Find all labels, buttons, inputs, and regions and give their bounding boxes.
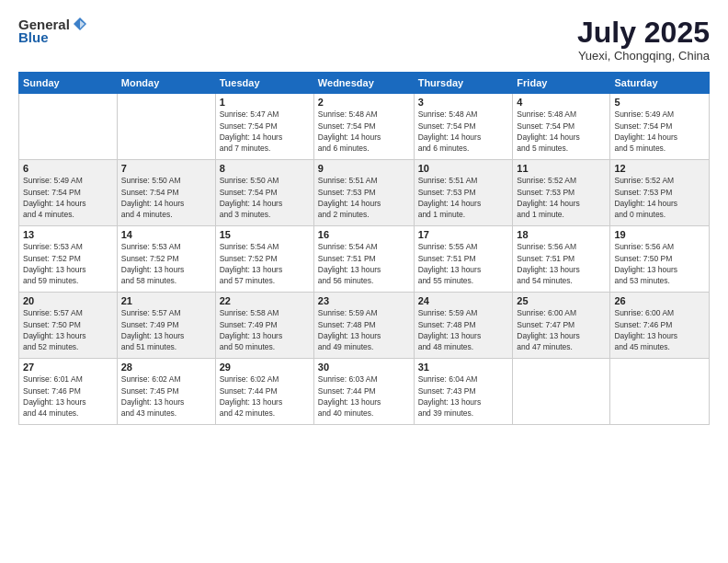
day-detail: Sunrise: 5:49 AM Sunset: 7:54 PM Dayligh… [614,109,705,154]
weekday-header: Saturday [610,73,710,94]
day-number: 1 [220,97,310,108]
calendar-cell: 6Sunrise: 5:49 AM Sunset: 7:54 PM Daylig… [19,160,118,226]
day-number: 29 [220,362,310,373]
day-number: 22 [220,295,310,306]
day-detail: Sunrise: 5:54 AM Sunset: 7:51 PM Dayligh… [318,241,410,286]
calendar-week-row: 20Sunrise: 5:57 AM Sunset: 7:50 PM Dayli… [19,293,710,359]
day-detail: Sunrise: 5:48 AM Sunset: 7:54 PM Dayligh… [517,109,606,154]
day-detail: Sunrise: 5:59 AM Sunset: 7:48 PM Dayligh… [418,307,509,352]
day-detail: Sunrise: 5:56 AM Sunset: 7:51 PM Dayligh… [517,241,606,286]
day-detail: Sunrise: 6:04 AM Sunset: 7:43 PM Dayligh… [418,373,509,419]
day-number: 30 [318,362,410,373]
day-number: 6 [23,163,113,174]
calendar-cell: 1Sunrise: 5:47 AM Sunset: 7:54 PM Daylig… [215,94,313,160]
calendar-cell: 14Sunrise: 5:53 AM Sunset: 7:52 PM Dayli… [117,226,215,293]
calendar-cell: 28Sunrise: 6:02 AM Sunset: 7:45 PM Dayli… [117,359,215,425]
day-number: 20 [23,295,113,306]
day-number: 27 [23,362,113,373]
calendar-cell: 17Sunrise: 5:55 AM Sunset: 7:51 PM Dayli… [414,226,513,293]
calendar-cell [610,359,710,425]
calendar-cell: 15Sunrise: 5:54 AM Sunset: 7:52 PM Dayli… [215,226,313,293]
calendar-cell [117,94,215,160]
day-detail: Sunrise: 6:00 AM Sunset: 7:47 PM Dayligh… [517,307,606,352]
logo-icon [72,16,88,32]
day-detail: Sunrise: 6:02 AM Sunset: 7:44 PM Dayligh… [220,373,310,419]
day-detail: Sunrise: 6:02 AM Sunset: 7:45 PM Dayligh… [121,373,211,419]
day-detail: Sunrise: 5:50 AM Sunset: 7:54 PM Dayligh… [220,175,310,220]
day-detail: Sunrise: 5:49 AM Sunset: 7:54 PM Dayligh… [23,175,113,220]
calendar-cell: 26Sunrise: 6:00 AM Sunset: 7:46 PM Dayli… [610,293,710,359]
day-number: 26 [614,295,705,306]
calendar-cell: 27Sunrise: 6:01 AM Sunset: 7:46 PM Dayli… [19,359,118,425]
day-number: 12 [614,163,705,174]
calendar-cell: 18Sunrise: 5:56 AM Sunset: 7:51 PM Dayli… [513,226,610,293]
calendar-cell: 24Sunrise: 5:59 AM Sunset: 7:48 PM Dayli… [414,293,513,359]
weekday-header-row: SundayMondayTuesdayWednesdayThursdayFrid… [19,73,710,94]
calendar-cell: 5Sunrise: 5:49 AM Sunset: 7:54 PM Daylig… [610,94,710,160]
day-detail: Sunrise: 6:03 AM Sunset: 7:44 PM Dayligh… [318,373,410,419]
day-number: 19 [614,229,705,240]
day-detail: Sunrise: 5:51 AM Sunset: 7:53 PM Dayligh… [318,175,410,220]
calendar-week-row: 6Sunrise: 5:49 AM Sunset: 7:54 PM Daylig… [19,160,710,226]
day-detail: Sunrise: 5:52 AM Sunset: 7:53 PM Dayligh… [614,175,705,220]
day-number: 5 [614,97,705,108]
logo-blue: Blue [18,29,49,45]
day-detail: Sunrise: 5:50 AM Sunset: 7:54 PM Dayligh… [121,175,211,220]
day-detail: Sunrise: 6:00 AM Sunset: 7:46 PM Dayligh… [614,307,705,352]
calendar-cell: 3Sunrise: 5:48 AM Sunset: 7:54 PM Daylig… [414,94,513,160]
day-detail: Sunrise: 5:57 AM Sunset: 7:49 PM Dayligh… [121,307,211,352]
weekday-header: Wednesday [313,73,414,94]
weekday-header: Tuesday [215,73,313,94]
calendar-cell: 10Sunrise: 5:51 AM Sunset: 7:53 PM Dayli… [414,160,513,226]
calendar-cell: 31Sunrise: 6:04 AM Sunset: 7:43 PM Dayli… [414,359,513,425]
day-number: 24 [418,295,509,306]
day-detail: Sunrise: 5:57 AM Sunset: 7:50 PM Dayligh… [23,307,113,352]
day-number: 7 [121,163,211,174]
day-number: 17 [418,229,509,240]
day-number: 23 [318,295,410,306]
calendar-cell: 2Sunrise: 5:48 AM Sunset: 7:54 PM Daylig… [313,94,414,160]
day-number: 11 [517,163,606,174]
calendar-cell: 8Sunrise: 5:50 AM Sunset: 7:54 PM Daylig… [215,160,313,226]
calendar-cell: 13Sunrise: 5:53 AM Sunset: 7:52 PM Dayli… [19,226,118,293]
logo: General Blue [18,17,88,45]
title-block: July 2025 Yuexi, Chongqing, China [577,17,710,63]
day-detail: Sunrise: 5:48 AM Sunset: 7:54 PM Dayligh… [318,109,410,154]
day-number: 18 [517,229,606,240]
calendar-cell: 29Sunrise: 6:02 AM Sunset: 7:44 PM Dayli… [215,359,313,425]
calendar-cell: 21Sunrise: 5:57 AM Sunset: 7:49 PM Dayli… [117,293,215,359]
day-detail: Sunrise: 5:59 AM Sunset: 7:48 PM Dayligh… [318,307,410,352]
day-number: 13 [23,229,113,240]
calendar-cell: 16Sunrise: 5:54 AM Sunset: 7:51 PM Dayli… [313,226,414,293]
day-number: 9 [318,163,410,174]
day-detail: Sunrise: 5:54 AM Sunset: 7:52 PM Dayligh… [220,241,310,286]
calendar-cell: 12Sunrise: 5:52 AM Sunset: 7:53 PM Dayli… [610,160,710,226]
calendar-cell [513,359,610,425]
calendar-cell: 25Sunrise: 6:00 AM Sunset: 7:47 PM Dayli… [513,293,610,359]
day-detail: Sunrise: 5:58 AM Sunset: 7:49 PM Dayligh… [220,307,310,352]
month-title: July 2025 [577,17,710,49]
day-detail: Sunrise: 5:53 AM Sunset: 7:52 PM Dayligh… [121,241,211,286]
day-detail: Sunrise: 5:55 AM Sunset: 7:51 PM Dayligh… [418,241,509,286]
weekday-header: Monday [117,73,215,94]
day-number: 21 [121,295,211,306]
day-detail: Sunrise: 5:52 AM Sunset: 7:53 PM Dayligh… [517,175,606,220]
day-number: 16 [318,229,410,240]
day-detail: Sunrise: 5:56 AM Sunset: 7:50 PM Dayligh… [614,241,705,286]
day-number: 28 [121,362,211,373]
day-number: 25 [517,295,606,306]
day-number: 31 [418,362,509,373]
calendar-cell: 23Sunrise: 5:59 AM Sunset: 7:48 PM Dayli… [313,293,414,359]
weekday-header: Friday [513,73,610,94]
weekday-header: Sunday [19,73,118,94]
calendar-cell: 20Sunrise: 5:57 AM Sunset: 7:50 PM Dayli… [19,293,118,359]
day-number: 14 [121,229,211,240]
calendar-week-row: 27Sunrise: 6:01 AM Sunset: 7:46 PM Dayli… [19,359,710,425]
day-detail: Sunrise: 5:53 AM Sunset: 7:52 PM Dayligh… [23,241,113,286]
weekday-header: Thursday [414,73,513,94]
calendar-week-row: 1Sunrise: 5:47 AM Sunset: 7:54 PM Daylig… [19,94,710,160]
day-number: 2 [318,97,410,108]
day-number: 15 [220,229,310,240]
calendar-cell: 7Sunrise: 5:50 AM Sunset: 7:54 PM Daylig… [117,160,215,226]
calendar-week-row: 13Sunrise: 5:53 AM Sunset: 7:52 PM Dayli… [19,226,710,293]
